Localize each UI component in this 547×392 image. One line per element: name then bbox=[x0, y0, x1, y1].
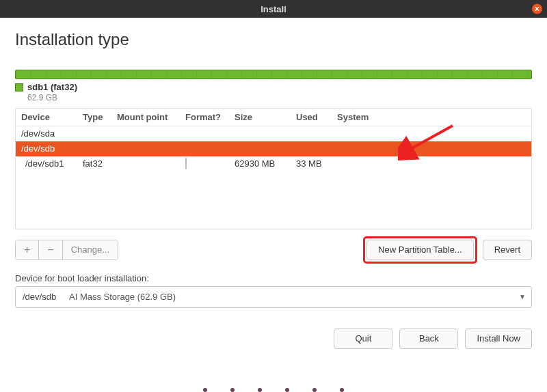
partition-actions: + − Change... bbox=[15, 240, 118, 260]
annotation-highlight: New Partition Table... bbox=[363, 236, 477, 264]
window-title: Install bbox=[261, 4, 286, 14]
partition-legend: sdb1 (fat32) 62.9 GB bbox=[15, 82, 532, 102]
cell-type: fat32 bbox=[83, 158, 117, 169]
partition-table[interactable]: Device Type Mount point Format? Size Use… bbox=[15, 108, 532, 229]
install-now-button[interactable]: Install Now bbox=[465, 328, 532, 349]
legend-size: 62.9 GB bbox=[27, 93, 77, 102]
disk-usage-bar bbox=[15, 70, 532, 79]
cell-device: /dev/sda bbox=[21, 128, 83, 139]
page-title: Installation type bbox=[15, 30, 532, 49]
cell-device: /dev/sdb bbox=[21, 143, 83, 154]
col-used: Used bbox=[296, 112, 337, 122]
col-system: System bbox=[337, 112, 526, 122]
col-format: Format? bbox=[185, 112, 235, 122]
remove-partition-button[interactable]: − bbox=[39, 240, 62, 260]
table-row[interactable]: /dev/sdb1 fat32 62930 MB 33 MB bbox=[16, 156, 531, 171]
cell-device: /dev/sdb1 bbox=[21, 158, 83, 169]
bootloader-desc: AI Mass Storage (62.9 GB) bbox=[69, 292, 176, 302]
dock-indicators bbox=[0, 384, 547, 392]
col-device: Device bbox=[21, 112, 83, 122]
format-checkbox[interactable] bbox=[185, 158, 187, 169]
col-size: Size bbox=[235, 112, 296, 122]
legend-title: sdb1 (fat32) bbox=[27, 82, 77, 93]
bootloader-device-select[interactable]: /dev/sdb AI Mass Storage (62.9 GB) ▼ bbox=[15, 286, 532, 308]
col-type: Type bbox=[83, 112, 117, 122]
new-partition-table-button[interactable]: New Partition Table... bbox=[366, 240, 474, 260]
chevron-down-icon: ▼ bbox=[519, 293, 526, 300]
change-partition-button[interactable]: Change... bbox=[63, 240, 118, 260]
quit-button[interactable]: Quit bbox=[334, 328, 392, 349]
close-icon[interactable] bbox=[532, 4, 542, 14]
bootloader-device: /dev/sdb bbox=[23, 292, 69, 302]
titlebar: Install bbox=[0, 0, 547, 18]
add-partition-button[interactable]: + bbox=[16, 240, 39, 260]
table-row[interactable]: /dev/sdb bbox=[16, 141, 531, 156]
revert-button[interactable]: Revert bbox=[483, 240, 532, 260]
col-mount: Mount point bbox=[117, 112, 185, 122]
back-button[interactable]: Back bbox=[399, 328, 458, 349]
legend-swatch bbox=[15, 83, 23, 92]
cell-used: 33 MB bbox=[296, 158, 337, 169]
table-header: Device Type Mount point Format? Size Use… bbox=[16, 109, 531, 126]
bootloader-label: Device for boot loader installation: bbox=[15, 273, 532, 283]
cell-size: 62930 MB bbox=[235, 158, 296, 169]
table-row[interactable]: /dev/sda bbox=[16, 126, 531, 141]
